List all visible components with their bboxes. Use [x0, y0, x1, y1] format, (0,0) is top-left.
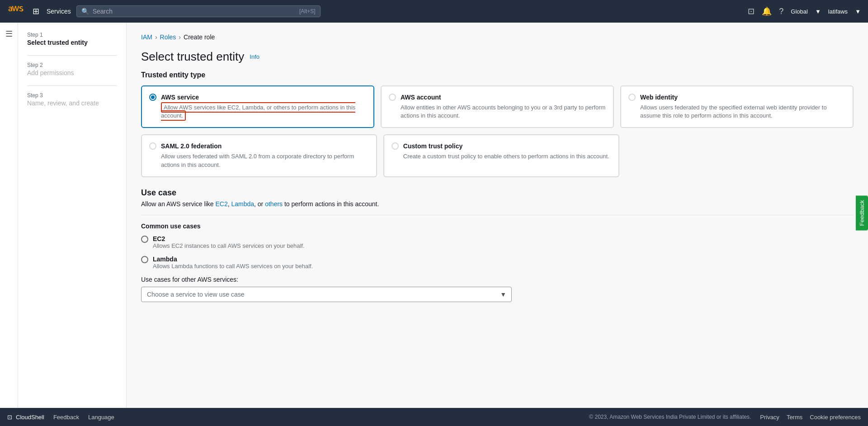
search-icon: 🔍: [81, 8, 89, 15]
card-header-aws-account: AWS account: [389, 94, 606, 101]
info-link[interactable]: Info: [250, 53, 259, 60]
card-header-aws-service: AWS service: [149, 94, 366, 101]
radio-ec2: [141, 236, 148, 243]
entity-card-web-identity[interactable]: Web identity Allows users federated by t…: [620, 85, 854, 128]
entity-card-custom-trust[interactable]: Custom trust policy Create a custom trus…: [383, 134, 619, 177]
breadcrumb-iam[interactable]: IAM: [141, 33, 152, 41]
card-title-web-identity: Web identity: [640, 94, 678, 101]
radio-custom-trust: [392, 142, 399, 150]
lambda-link[interactable]: Lambda: [231, 200, 254, 208]
step3-item: Step 3 Name, review, and create: [27, 92, 117, 107]
footer-right-links: Privacy Terms Cookie preferences: [760, 414, 861, 421]
card-title-aws-service: AWS service: [161, 94, 199, 101]
aws-logo: [7, 5, 25, 18]
card-header-saml: SAML 2.0 federation: [149, 142, 369, 150]
terminal-icon[interactable]: ⊡: [748, 6, 755, 16]
cloudshell-icon: ⊡: [7, 414, 12, 421]
page-title-row: Select trusted entity Info: [141, 50, 854, 64]
page-title: Select trusted entity: [141, 50, 244, 64]
breadcrumb-current: Create role: [184, 33, 215, 41]
sidebar-toggle[interactable]: ☰: [0, 23, 18, 408]
navbar-icons: ⊡ 🔔 ? Global ▼ latifaws ▼: [748, 6, 861, 16]
use-case-title: Use case: [141, 188, 854, 198]
card-desc-web-identity: Allows users federated by the specified …: [628, 104, 845, 120]
aws-service-highlight: Allow AWS services like EC2, Lambda, or …: [161, 102, 355, 121]
step1-item: Step 1 Select trusted entity: [27, 32, 117, 46]
card-title-aws-account: AWS account: [401, 94, 441, 101]
step3-label: Step 3: [27, 92, 117, 99]
step1-label: Step 1: [27, 32, 117, 38]
entity-cards-row1: AWS service Allow AWS services like EC2,…: [141, 85, 854, 128]
hamburger-icon[interactable]: ☰: [5, 29, 13, 39]
card-header-custom-trust: Custom trust policy: [392, 142, 611, 150]
entity-cards-row2: SAML 2.0 federation Allow users federate…: [141, 134, 619, 177]
step2-item: Step 2 Add permissions: [27, 62, 117, 76]
use-case-desc: Allow an AWS service like EC2, Lambda, o…: [141, 200, 854, 208]
common-use-cases-title: Common use cases: [141, 222, 854, 230]
breadcrumb-sep2: ›: [179, 33, 181, 41]
navbar: ⊞ Services 🔍 [Alt+S] ⊡ 🔔 ? Global ▼ lati…: [0, 0, 868, 23]
feedback-link[interactable]: Feedback: [53, 414, 79, 421]
main-layout: ☰ Step 1 Select trusted entity Step 2 Ad…: [0, 23, 868, 408]
radio-aws-account: [389, 94, 396, 101]
search-bar[interactable]: 🔍 [Alt+S]: [76, 5, 321, 17]
card-title-saml: SAML 2.0 federation: [161, 142, 222, 150]
breadcrumb-roles[interactable]: Roles: [160, 33, 176, 41]
lambda-option-title: Lambda: [153, 256, 313, 263]
brand: [7, 5, 25, 18]
breadcrumb: IAM › Roles › Create role: [141, 33, 854, 41]
cookie-link[interactable]: Cookie preferences: [810, 414, 861, 421]
lambda-option-content: Lambda Allows Lambda functions to call A…: [153, 256, 313, 270]
ec2-option-title: EC2: [153, 235, 305, 242]
region-arrow: ▼: [815, 8, 821, 15]
privacy-link[interactable]: Privacy: [760, 414, 779, 421]
language-link[interactable]: Language: [88, 414, 114, 421]
bell-icon[interactable]: 🔔: [762, 6, 772, 16]
user-arrow: ▼: [855, 8, 861, 15]
entity-card-aws-account[interactable]: AWS account Allow entities in other AWS …: [381, 85, 614, 128]
footer-copyright: © 2023, Amazon Web Services India Privat…: [589, 414, 751, 420]
ec2-link[interactable]: EC2: [215, 200, 227, 208]
cloudshell-button[interactable]: ⊡ CloudShell: [7, 414, 44, 421]
feedback-tab[interactable]: Feedback: [856, 195, 868, 230]
breadcrumb-sep1: ›: [155, 33, 157, 41]
lambda-option[interactable]: Lambda Allows Lambda functions to call A…: [141, 256, 854, 270]
card-desc-aws-service: Allow AWS services like EC2, Lambda, or …: [149, 104, 366, 120]
radio-lambda: [141, 256, 148, 263]
card-desc-saml: Allow users federated with SAML 2.0 from…: [149, 152, 369, 169]
card-title-custom-trust: Custom trust policy: [403, 142, 462, 150]
search-input[interactable]: [93, 8, 296, 15]
user-menu[interactable]: latifaws: [828, 8, 848, 15]
use-case-divider: [141, 215, 854, 215]
radio-aws-service: [149, 94, 156, 101]
steps-panel: Step 1 Select trusted entity Step 2 Add …: [18, 23, 127, 408]
step1-title: Select trusted entity: [27, 39, 117, 46]
entity-card-aws-service[interactable]: AWS service Allow AWS services like EC2,…: [141, 85, 374, 128]
help-icon[interactable]: ?: [779, 7, 783, 16]
card-desc-aws-account: Allow entities in other AWS accounts bel…: [389, 104, 606, 120]
lambda-option-desc: Allows Lambda functions to call AWS serv…: [153, 263, 313, 270]
trusted-entity-section-title: Trusted entity type: [141, 71, 854, 79]
radio-web-identity: [628, 94, 636, 101]
service-dropdown[interactable]: Choose a service to view use case: [141, 287, 512, 302]
services-link[interactable]: Services: [47, 8, 71, 15]
card-desc-custom-trust: Create a custom trust policy to enable o…: [392, 152, 611, 161]
search-hint: [Alt+S]: [299, 8, 316, 14]
step2-title: Add permissions: [27, 69, 117, 76]
ec2-option[interactable]: EC2 Allows EC2 instances to call AWS ser…: [141, 235, 854, 249]
ec2-option-content: EC2 Allows EC2 instances to call AWS ser…: [153, 235, 305, 249]
step3-title: Name, review, and create: [27, 99, 117, 107]
step2-label: Step 2: [27, 62, 117, 68]
use-case-section: Use case Allow an AWS service like EC2, …: [141, 188, 854, 302]
content-area: IAM › Roles › Create role Select trusted…: [127, 23, 868, 408]
cloudshell-label: CloudShell: [16, 414, 44, 421]
grid-icon[interactable]: ⊞: [31, 5, 41, 18]
radio-saml: [149, 142, 156, 150]
region-selector[interactable]: Global: [791, 8, 808, 15]
entity-card-saml[interactable]: SAML 2.0 federation Allow users federate…: [141, 134, 377, 177]
other-services-label: Use cases for other AWS services:: [141, 276, 854, 283]
card-header-web-identity: Web identity: [628, 94, 845, 101]
terms-link[interactable]: Terms: [787, 414, 802, 421]
service-dropdown-wrapper: Choose a service to view use case ▼: [141, 287, 512, 302]
others-link[interactable]: others: [265, 200, 283, 208]
